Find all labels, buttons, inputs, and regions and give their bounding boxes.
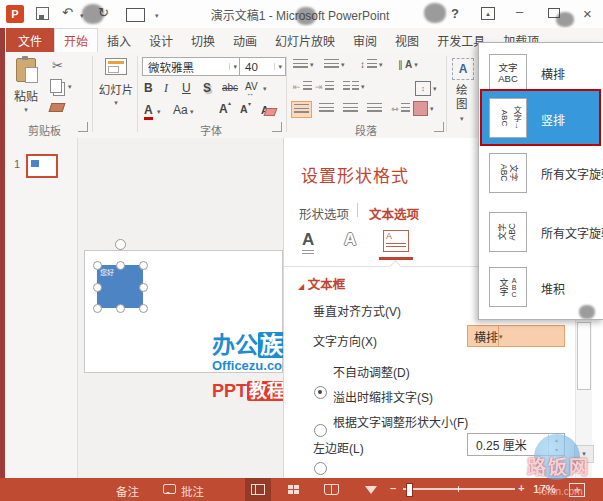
new-slide-dropdown-icon[interactable]: ▾ xyxy=(98,99,134,106)
radio-no-autofit[interactable] xyxy=(314,386,327,399)
align-left-button[interactable] xyxy=(291,101,312,118)
increase-indent-button[interactable]: ⇥ xyxy=(315,81,334,92)
notes-button[interactable]: 备注 xyxy=(116,483,139,499)
clipboard-dialog-launcher-icon[interactable] xyxy=(78,122,88,132)
align-center-button[interactable] xyxy=(319,103,334,114)
menu-item-rotate-270[interactable]: 文字ABC 所有文字旋转 xyxy=(479,207,603,257)
textbox-options-icon[interactable]: A xyxy=(383,230,409,252)
radio-no-autofit-label[interactable]: 不自动调整(D) xyxy=(333,363,410,380)
resize-handle[interactable] xyxy=(139,304,148,313)
radio-resize-shape[interactable] xyxy=(314,462,327,475)
comments-button[interactable]: 批注 xyxy=(181,483,204,499)
paste-dropdown-icon[interactable]: ▾ xyxy=(10,106,42,113)
format-painter-icon[interactable] xyxy=(49,103,66,112)
text-direction-combo[interactable]: 横排 ▾ xyxy=(467,325,565,347)
distribute-button[interactable]: ⇿ xyxy=(391,103,410,114)
decrease-indent-button[interactable]: ⇤ xyxy=(293,81,312,92)
clear-formatting-button[interactable]: A xyxy=(261,104,269,116)
convert-smartart-button[interactable]: ▾ xyxy=(413,101,434,116)
character-spacing-dropdown-icon[interactable]: ▾ xyxy=(263,85,267,92)
drawing-group-button[interactable]: 绘 图 ▾ xyxy=(456,84,468,122)
resize-handle[interactable] xyxy=(93,304,102,313)
ribbon-display-options-icon[interactable]: ▴ xyxy=(481,7,495,20)
italic-button[interactable]: I xyxy=(164,81,168,96)
slideshow-view-button[interactable] xyxy=(358,478,384,501)
change-case-button[interactable]: Aa xyxy=(173,103,188,117)
drawing-text-icon[interactable]: A xyxy=(452,58,474,80)
shape-text[interactable]: 您好 xyxy=(100,269,114,276)
align-text-button[interactable]: ↕▾ xyxy=(415,81,437,96)
text-fill-icon[interactable]: A xyxy=(302,230,314,254)
strikethrough-button[interactable]: abc xyxy=(222,82,238,93)
normal-view-button[interactable] xyxy=(245,478,271,501)
powerpoint-logo-icon[interactable]: P xyxy=(6,5,24,23)
text-direction-dropdown-icon[interactable]: ▾ xyxy=(498,326,503,346)
tab-animations[interactable]: 动画 xyxy=(224,28,266,52)
columns-button[interactable]: ▾ xyxy=(343,81,365,92)
tab-home[interactable]: 开始 xyxy=(54,28,98,52)
textbox-section-header[interactable]: ◢ 文本框 xyxy=(298,274,345,293)
tab-transitions[interactable]: 切换 xyxy=(182,28,224,52)
reading-view-button[interactable] xyxy=(318,478,344,501)
numbering-button[interactable]: ▾ xyxy=(324,59,345,70)
change-case-dropdown-icon[interactable]: ▾ xyxy=(190,108,194,115)
paste-button[interactable]: 粘贴 ▾ xyxy=(10,58,42,113)
text-outline-icon[interactable]: A xyxy=(344,230,356,250)
tab-review[interactable]: 审阅 xyxy=(344,28,386,52)
resize-handle[interactable] xyxy=(116,304,125,313)
help-icon[interactable]: ? xyxy=(451,6,459,21)
text-shadow-button[interactable]: S xyxy=(203,81,211,95)
line-spacing-button[interactable]: ↕▾ xyxy=(360,59,383,70)
copy-dropdown-icon[interactable]: ▾ xyxy=(68,83,72,90)
grow-font-button[interactable]: A xyxy=(219,102,228,116)
slide-thumbnail[interactable] xyxy=(26,154,58,178)
cut-icon[interactable]: ✂ xyxy=(52,58,63,73)
radio-resize-shape-label[interactable]: 根据文字调整形状大小(F) xyxy=(333,413,468,430)
tab-slideshow[interactable]: 幻灯片放映 xyxy=(266,28,344,52)
menu-item-vertical[interactable]: ABC 文字↓ 竖排 xyxy=(482,91,599,144)
font-color-dropdown-icon[interactable]: ▾ xyxy=(157,108,161,115)
menu-item-rotate-90[interactable]: 文字ABC 所有文字旋转 xyxy=(479,149,603,199)
font-color-button[interactable]: A xyxy=(144,103,153,120)
font-size-dropdown-icon[interactable]: ▾ xyxy=(274,63,285,70)
font-family-combo[interactable]: 微软雅黑 ▾ xyxy=(142,57,241,76)
tab-text-options[interactable]: 文本选项 xyxy=(369,204,419,223)
bold-button[interactable]: B xyxy=(144,81,153,95)
start-slideshow-icon[interactable] xyxy=(126,8,145,22)
radio-shrink-text[interactable] xyxy=(314,424,327,437)
underline-button[interactable]: U xyxy=(182,81,191,95)
resize-handle[interactable] xyxy=(93,283,102,292)
new-slide-button[interactable]: 幻灯片 ▾ xyxy=(98,58,134,106)
rotation-handle[interactable] xyxy=(115,239,126,250)
close-icon[interactable]: × xyxy=(583,5,592,22)
shrink-font-button[interactable]: A xyxy=(240,103,248,115)
pane-scrollbar-thumb[interactable] xyxy=(577,322,591,390)
zoom-slider-track[interactable] xyxy=(403,488,515,490)
tab-view[interactable]: 视图 xyxy=(386,28,428,52)
slide-shape[interactable]: 您好 xyxy=(97,265,143,308)
bullets-button[interactable]: ▾ xyxy=(293,59,314,70)
copy-icon[interactable] xyxy=(50,79,62,93)
font-size-combo[interactable]: 40 ▾ xyxy=(239,57,286,76)
zoom-slider-thumb[interactable] xyxy=(406,483,413,497)
align-right-button[interactable] xyxy=(343,103,358,114)
font-dialog-launcher-icon[interactable] xyxy=(272,122,282,132)
zoom-out-button[interactable]: – xyxy=(390,482,396,494)
radio-shrink-text-label[interactable]: 溢出时缩排文字(S) xyxy=(333,388,433,405)
zoom-in-button[interactable]: + xyxy=(518,482,525,494)
text-direction-button[interactable]: ∥A▾ xyxy=(398,59,418,70)
paragraph-dialog-launcher-icon[interactable] xyxy=(434,122,444,132)
justify-button[interactable] xyxy=(367,103,382,114)
resize-handle[interactable] xyxy=(93,261,102,270)
resize-handle[interactable] xyxy=(139,261,148,270)
slide-sorter-button[interactable] xyxy=(280,478,306,501)
drawing-dropdown-icon[interactable]: ▾ xyxy=(456,115,468,122)
tab-insert[interactable]: 插入 xyxy=(98,28,140,52)
tab-shape-options[interactable]: 形状选项 xyxy=(299,204,349,223)
resize-handle[interactable] xyxy=(139,283,148,292)
save-icon[interactable] xyxy=(36,7,49,20)
tab-design[interactable]: 设计 xyxy=(140,28,182,52)
tab-file[interactable]: 文件 xyxy=(6,28,54,52)
undo-icon[interactable]: ↶ xyxy=(62,6,73,19)
minimize-icon[interactable]: – xyxy=(516,4,523,19)
